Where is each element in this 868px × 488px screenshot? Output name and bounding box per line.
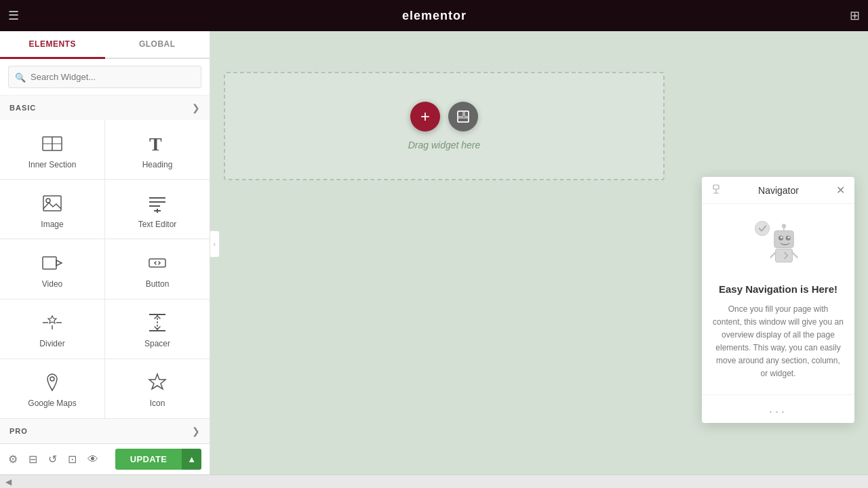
- navigator-header: Navigator ✕: [702, 177, 854, 204]
- widget-text-editor-label: Text Editor: [138, 220, 177, 229]
- update-button[interactable]: UPDATE: [115, 449, 182, 470]
- history-icon[interactable]: ↺: [48, 453, 57, 466]
- svg-rect-4: [43, 196, 61, 211]
- google-maps-icon: [41, 371, 63, 393]
- widget-text-editor[interactable]: Text Editor: [105, 180, 210, 239]
- svg-point-37: [782, 224, 785, 228]
- pro-section-title: PRO: [9, 427, 28, 435]
- svg-line-39: [770, 253, 775, 258]
- main-layout: ELEMENTS GLOBAL 🔍 BASIC ❯ In: [0, 31, 868, 474]
- drag-buttons: +: [410, 102, 478, 131]
- tab-global[interactable]: GLOBAL: [105, 31, 210, 59]
- search-wrapper: 🔍: [8, 66, 201, 88]
- robot-svg: [751, 218, 806, 272]
- svg-rect-26: [458, 118, 469, 122]
- svg-text:T: T: [149, 134, 162, 155]
- sidebar-tabs: ELEMENTS GLOBAL: [0, 31, 210, 59]
- svg-marker-22: [149, 374, 165, 389]
- add-section-button[interactable]: +: [410, 102, 440, 131]
- svg-rect-11: [43, 257, 56, 269]
- svg-marker-14: [48, 316, 56, 323]
- navigator-close-button[interactable]: ✕: [836, 184, 845, 197]
- update-arrow-button[interactable]: ▲: [182, 449, 201, 470]
- text-editor-icon: [146, 192, 168, 214]
- hamburger-icon[interactable]: ☰: [8, 8, 19, 23]
- navigator-pin-icon[interactable]: [711, 184, 721, 196]
- bottom-bar: ◀: [0, 474, 868, 488]
- template-icon: [456, 110, 470, 123]
- widget-heading[interactable]: T Heading: [105, 120, 210, 179]
- widget-inner-section-label: Inner Section: [28, 160, 77, 169]
- icon-widget-icon: [146, 371, 168, 393]
- widget-video-label: Video: [42, 279, 62, 289]
- bottom-toolbar: ⚙ ⊟ ↺ ⊡ 👁 UPDATE ▲: [0, 443, 210, 474]
- tab-elements[interactable]: ELEMENTS: [0, 31, 105, 59]
- canvas-area: + Drag widget here: [210, 31, 868, 474]
- pro-section-header[interactable]: PRO ❯: [0, 419, 210, 443]
- search-input[interactable]: [8, 66, 201, 88]
- preview-icon[interactable]: 👁: [87, 453, 98, 466]
- navigator-body: Easy Navigation is Here! Once you fill y…: [702, 204, 854, 394]
- svg-marker-12: [56, 260, 62, 266]
- settings-icon[interactable]: ⚙: [8, 453, 18, 466]
- svg-rect-25: [465, 111, 469, 117]
- responsive-icon[interactable]: ⊡: [68, 453, 77, 466]
- navigator-panel: Navigator ✕: [702, 177, 854, 423]
- widget-spacer[interactable]: Spacer: [105, 300, 210, 359]
- svg-rect-13: [149, 259, 165, 267]
- navigator-heading: Easy Navigation is Here!: [713, 283, 844, 296]
- basic-section-arrow: ❯: [192, 102, 200, 113]
- image-icon: [41, 192, 63, 214]
- svg-rect-27: [713, 185, 719, 189]
- widget-image[interactable]: Image: [0, 180, 104, 239]
- spacer-icon: [146, 312, 168, 333]
- svg-point-34: [781, 237, 783, 239]
- basic-section-title: BASIC: [9, 104, 36, 112]
- svg-point-35: [787, 237, 789, 239]
- bottom-left-arrow[interactable]: ◀: [5, 477, 12, 487]
- widget-inner-section[interactable]: Inner Section: [0, 120, 104, 179]
- svg-line-40: [792, 253, 797, 258]
- button-icon: [146, 252, 168, 274]
- robot-illustration: [751, 218, 806, 272]
- search-icon: 🔍: [15, 72, 26, 82]
- video-icon: [41, 252, 63, 274]
- heading-icon: T: [146, 133, 168, 155]
- collapse-handle[interactable]: ‹: [210, 230, 220, 258]
- update-btn-container: UPDATE ▲: [115, 449, 201, 470]
- svg-rect-31: [774, 231, 793, 248]
- layers-icon[interactable]: ⊟: [28, 453, 37, 466]
- widget-button-label: Button: [146, 279, 170, 289]
- widget-icon-label: Icon: [150, 399, 165, 408]
- svg-rect-24: [458, 111, 463, 117]
- svg-point-5: [46, 199, 50, 203]
- widget-google-maps-label: Google Maps: [28, 399, 76, 408]
- search-container: 🔍: [0, 59, 210, 96]
- widget-icon[interactable]: Icon: [105, 359, 210, 418]
- toolbar-left: ⚙ ⊟ ↺ ⊡ 👁: [8, 453, 98, 466]
- navigator-title: Navigator: [721, 185, 836, 196]
- pro-section: PRO ❯: [0, 418, 210, 443]
- navigator-footer: ...: [702, 394, 854, 423]
- basic-section-header[interactable]: BASIC ❯: [0, 96, 210, 120]
- template-button[interactable]: [448, 102, 478, 131]
- widget-spacer-label: Spacer: [144, 339, 170, 348]
- widget-divider[interactable]: Divider: [0, 300, 104, 359]
- svg-point-21: [50, 377, 54, 381]
- drag-section: + Drag widget here: [224, 72, 665, 180]
- grid-icon[interactable]: ⊞: [850, 8, 860, 23]
- top-header: ☰ elementor ⊞: [0, 0, 868, 31]
- widget-video[interactable]: Video: [0, 239, 104, 298]
- widget-google-maps[interactable]: Google Maps: [0, 359, 104, 418]
- widget-grid: Inner Section T Heading Image: [0, 120, 210, 418]
- svg-point-30: [755, 221, 769, 235]
- widget-image-label: Image: [41, 220, 63, 229]
- pro-section-arrow: ❯: [192, 426, 200, 436]
- widget-divider-label: Divider: [39, 339, 64, 348]
- widget-button[interactable]: Button: [105, 239, 210, 298]
- divider-icon: [41, 312, 63, 333]
- svg-rect-38: [775, 249, 792, 262]
- widget-heading-label: Heading: [142, 160, 173, 169]
- drag-text: Drag widget here: [408, 140, 481, 150]
- sidebar: ELEMENTS GLOBAL 🔍 BASIC ❯ In: [0, 31, 210, 474]
